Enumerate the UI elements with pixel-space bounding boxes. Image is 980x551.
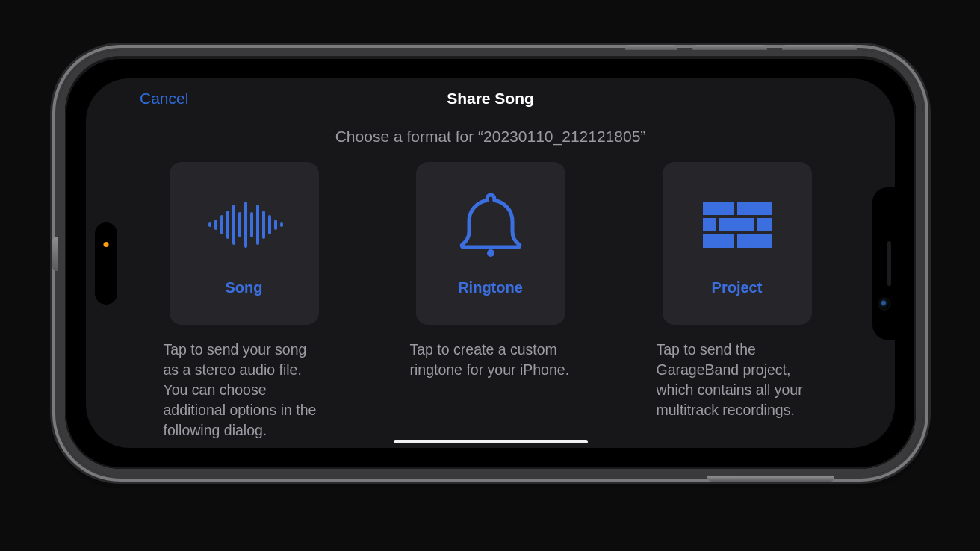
option-col-project: Project Tap to send the GarageBand proje… (655, 162, 819, 441)
format-subtitle: Choose a format for “20230110_212121805” (129, 128, 852, 146)
phone-mute-switch (52, 237, 58, 271)
format-options-row: Song Tap to send your song as a stereo a… (129, 162, 852, 441)
front-camera-icon (880, 299, 889, 308)
svg-rect-14 (703, 202, 734, 215)
svg-rect-19 (703, 234, 734, 248)
notch (872, 187, 895, 340)
phone-frame: Cancel Share Song Choose a format for “2… (58, 50, 923, 476)
cancel-button[interactable]: Cancel (140, 90, 188, 108)
option-col-song: Song Tap to send your song as a stereo a… (162, 162, 326, 441)
phone-screen: Cancel Share Song Choose a format for “2… (86, 78, 895, 448)
option-project-label: Project (712, 279, 763, 296)
option-ringtone-description: Tap to create a custom ringtone for your… (409, 340, 573, 380)
page-root: Cancel Share Song Choose a format for “2… (0, 0, 980, 551)
bell-icon (450, 191, 532, 258)
svg-rect-9 (262, 211, 265, 239)
svg-rect-3 (226, 211, 229, 239)
bricks-icon (696, 191, 778, 258)
svg-rect-4 (232, 205, 235, 245)
svg-rect-8 (256, 205, 259, 245)
svg-rect-7 (250, 212, 253, 237)
option-project-description: Tap to send the GarageBand project, whic… (655, 340, 819, 420)
svg-rect-0 (208, 222, 211, 227)
svg-rect-6 (244, 202, 247, 248)
recording-indicator-icon (104, 242, 109, 247)
page-title: Share Song (447, 90, 534, 108)
option-song[interactable]: Song (170, 162, 319, 325)
svg-rect-20 (737, 234, 772, 248)
home-indicator[interactable] (394, 440, 588, 443)
svg-rect-11 (274, 220, 277, 230)
svg-rect-17 (719, 218, 754, 231)
phone-side-button (707, 476, 834, 482)
option-song-label: Song (226, 279, 263, 296)
svg-rect-2 (220, 215, 223, 234)
earpiece-icon (887, 241, 891, 286)
dynamic-island (95, 222, 117, 305)
option-project[interactable]: Project (663, 162, 812, 325)
option-song-description: Tap to send your song as a stereo audio … (162, 340, 326, 441)
option-ringtone[interactable]: Ringtone (416, 162, 565, 325)
phone-volume-button (782, 45, 857, 50)
waveform-icon (203, 191, 285, 258)
svg-rect-15 (737, 202, 772, 215)
svg-rect-5 (238, 212, 241, 237)
phone-volume-button (625, 45, 677, 50)
svg-rect-18 (757, 218, 772, 231)
svg-point-13 (487, 249, 494, 257)
svg-rect-12 (280, 222, 283, 227)
svg-rect-16 (703, 218, 716, 231)
option-ringtone-label: Ringtone (458, 279, 523, 296)
phone-volume-button (692, 45, 767, 50)
share-song-sheet: Cancel Share Song Choose a format for “2… (86, 78, 895, 448)
svg-rect-10 (268, 215, 271, 234)
navigation-bar: Cancel Share Song (129, 78, 852, 122)
svg-rect-1 (214, 220, 217, 230)
phone-bezel: Cancel Share Song Choose a format for “2… (65, 57, 916, 469)
option-col-ringtone: Ringtone Tap to create a custom ringtone… (409, 162, 573, 441)
